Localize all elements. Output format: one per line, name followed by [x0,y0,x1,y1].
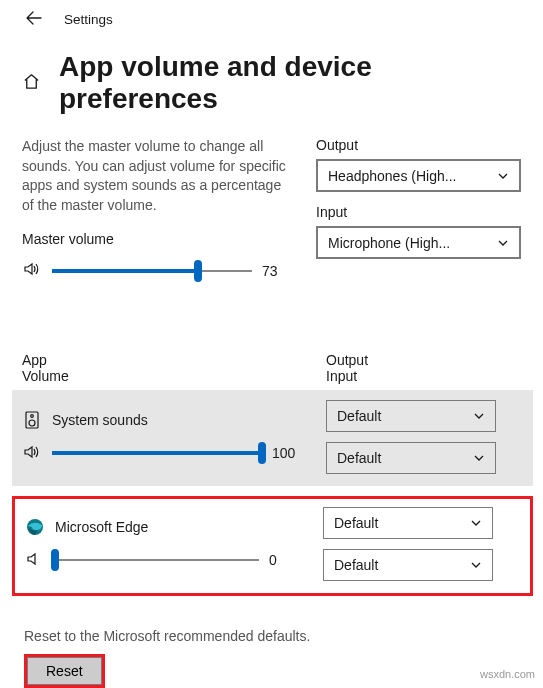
app-input-select[interactable]: Default [323,549,493,581]
master-volume-value: 73 [262,263,290,279]
app-input-select[interactable]: Default [326,442,496,474]
watermark: wsxdn.com [480,668,535,680]
volume-icon [22,442,42,462]
settings-label: Settings [64,12,113,27]
app-output-select[interactable]: Default [323,507,493,539]
app-volume-value: 0 [269,552,297,568]
master-volume-slider[interactable] [52,261,252,281]
input-device-label: Input [316,204,521,220]
speaker-icon[interactable] [22,259,42,282]
edge-icon [25,517,45,537]
app-row-microsoft-edge: Microsoft Edge 0 Default Default [12,496,533,596]
page-title: App volume and device preferences [59,51,521,115]
column-output-label: Output [326,352,521,368]
home-icon [22,72,41,91]
app-output-value: Default [334,515,378,531]
input-device-select[interactable]: Microphone (High... [316,226,521,259]
master-volume-label: Master volume [22,231,290,247]
app-input-value: Default [334,557,378,573]
app-name: System sounds [52,412,148,428]
speaker-icon[interactable] [22,442,42,465]
chevron-down-icon [470,559,482,571]
reset-button[interactable]: Reset [27,657,102,685]
output-device-select[interactable]: Headphones (High... [316,159,521,192]
speaker-icon[interactable] [25,549,45,572]
input-device-value: Microphone (High... [328,235,450,251]
chevron-down-icon [497,170,509,182]
app-output-value: Default [337,408,381,424]
reset-description: Reset to the Microsoft recommended defau… [24,628,521,644]
volume-mute-icon [25,549,45,569]
chevron-down-icon [497,237,509,249]
page-description: Adjust the master volume to change all s… [22,137,290,215]
app-input-value: Default [337,450,381,466]
app-name: Microsoft Edge [55,519,148,535]
app-volume-slider[interactable] [55,550,259,570]
page-header: App volume and device preferences [0,37,543,115]
app-volume-slider[interactable] [52,443,262,463]
app-output-select[interactable]: Default [326,400,496,432]
column-input-label: Input [326,368,521,384]
chevron-down-icon [473,452,485,464]
arrow-left-icon [26,10,42,26]
svg-point-1 [29,420,35,426]
output-device-value: Headphones (High... [328,168,456,184]
home-button[interactable] [22,72,41,94]
chevron-down-icon [473,410,485,422]
system-sounds-icon [22,410,42,430]
output-device-label: Output [316,137,521,153]
titlebar: Settings [0,0,543,37]
back-button[interactable] [26,10,42,29]
chevron-down-icon [470,517,482,529]
volume-icon [22,259,42,279]
svg-point-2 [31,415,34,418]
column-volume-label: Volume [22,368,300,384]
app-volume-value: 100 [272,445,300,461]
column-app-label: App [22,352,300,368]
app-row-system-sounds: System sounds 100 Default Default [12,390,533,486]
